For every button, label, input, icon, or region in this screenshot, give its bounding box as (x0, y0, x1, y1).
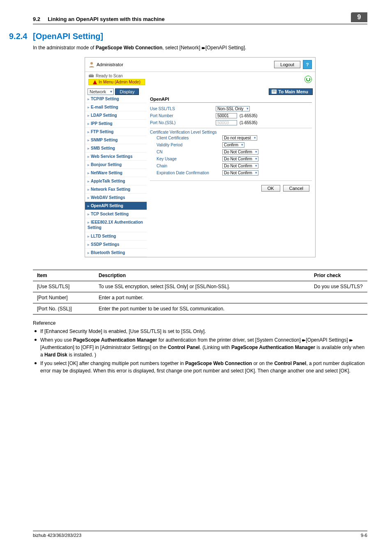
subsection-title: [OpenAPI Setting] (33, 32, 103, 41)
triangle-icon: ▸ (88, 212, 90, 216)
reference-item-3: If you select [OK] after changing multip… (33, 360, 367, 375)
th-desc: Description (95, 270, 310, 281)
sidebar-item[interactable]: ▸OpenAPI Setting (85, 202, 147, 210)
sidebar-item-label: Bonjour Setting (91, 162, 122, 167)
sidebar-item[interactable]: ▸SNMP Setting (85, 136, 147, 144)
reference-list: If [Enhanced Security Mode] is enabled, … (33, 328, 367, 375)
label-port-ssl: Port No.(SSL) (150, 120, 216, 125)
sidebar-item[interactable]: ▸LDAP Setting (85, 111, 147, 120)
sidebar-item-label: OpenAPI Setting (91, 204, 123, 208)
intro-mid: , select [Network] (162, 45, 201, 51)
select-chain[interactable]: Do Not Confirm (222, 163, 258, 169)
triangle-icon: ▸ (88, 105, 90, 109)
triangle-icon: ▸ (88, 234, 90, 238)
sidebar-item[interactable]: ▸TCP Socket Setting (85, 210, 147, 218)
sidebar-item[interactable]: ▸Network Fax Setting (85, 185, 147, 194)
field-client-cert: Client Certificates Do not request (150, 134, 312, 141)
admin-icon (88, 61, 95, 68)
field-expire: Expiration Date Confirmation Do Not Conf… (150, 169, 312, 176)
settings-table: Item Description Prior check [Use SSL/TL… (33, 270, 367, 314)
select-key-usage[interactable]: Do Not Confirm (222, 156, 258, 162)
svg-marker-3 (93, 80, 97, 84)
input-port-ssl[interactable]: 50003 (216, 120, 237, 125)
sidebar-item[interactable]: ▸NetWare Setting (85, 169, 147, 177)
category-select[interactable]: Network (88, 88, 114, 95)
table-cell: [Port No. (SSL)] (33, 303, 95, 314)
triangle-icon: ▸ (88, 204, 90, 208)
triangle-icon: ▸ (88, 179, 90, 183)
input-port-number[interactable]: 50001 (216, 113, 237, 118)
select-expire[interactable]: Do Not Confirm (222, 170, 258, 176)
triangle-icon: ▸ (88, 130, 90, 134)
table-cell: Enter a port number. (95, 292, 310, 303)
chapter-number-badge: 9 (351, 12, 367, 22)
sidebar-item[interactable]: ▸FTP Setting (85, 128, 147, 136)
header-section-title: Linking an OpenAPI system with this mach… (48, 16, 165, 22)
reference-item-1: If [Enhanced Security Mode] is enabled, … (33, 328, 367, 335)
table-row: [Port No. (SSL)]Enter the port number to… (33, 303, 367, 314)
warning-icon (93, 80, 97, 84)
cert-subheading: Certificate Verification Level Settings (150, 128, 312, 134)
main-menu-button[interactable]: To Main Menu (269, 88, 313, 95)
sidebar-item[interactable]: ▸WebDAV Settings (85, 194, 147, 202)
label-port-number: Port Number (150, 113, 216, 118)
sidebar-item[interactable]: ▸Web Service Settings (85, 153, 147, 161)
label-expire: Expiration Date Confirmation (150, 171, 222, 175)
sidebar-item-label: FTP Setting (91, 130, 113, 134)
table-cell: Do you use SSL/TLS? (310, 281, 367, 292)
triangle-icon: ▸ (88, 155, 90, 159)
triangle-icon: ▸ (88, 113, 90, 118)
intro-post: [OpenAPI Setting]. (204, 45, 247, 51)
sidebar-item[interactable]: ▸IPP Setting (85, 120, 147, 128)
select-use-ssl[interactable]: Non-SSL Only (216, 106, 250, 111)
sidebar-item[interactable]: ▸IEEE802.1X Authentication Setting (85, 218, 147, 232)
select-cn[interactable]: Do Not Confirm (222, 149, 258, 155)
sidebar-item[interactable]: ▸SMB Setting (85, 144, 147, 153)
intro-bold-product: PageScope Web Connection (96, 45, 162, 51)
sidebar-item-label: SSDP Settings (91, 242, 119, 247)
sidebar-item[interactable]: ▸TCP/IP Setting (85, 95, 147, 103)
label-key-usage: Key Usage (150, 157, 222, 161)
refresh-button[interactable] (304, 76, 312, 83)
field-port-number: Port Number 50001 (1-65535) (150, 112, 312, 119)
svg-rect-2 (90, 74, 93, 75)
admin-text: Administrator (97, 62, 123, 67)
triangle-icon: ▸ (88, 243, 90, 247)
sidebar-item-label: Bluetooth Setting (91, 250, 125, 255)
reference-item-2: When you use PageScope Authentication Ma… (33, 336, 367, 358)
table-cell (310, 292, 367, 303)
logout-button[interactable]: Logout (274, 61, 300, 68)
intro-paragraph: In the administrator mode of PageScope W… (33, 44, 367, 51)
field-validity: Validity Period Confirm (150, 141, 312, 148)
sidebar-item[interactable]: ▸LLTD Setting (85, 232, 147, 240)
sidebar-item[interactable]: ▸E-mail Setting (85, 103, 147, 111)
page-footer: bizhub 423/363/283/223 9-6 (33, 531, 367, 538)
sidebar-item[interactable]: ▸SSDP Settings (85, 240, 147, 249)
select-validity[interactable]: Confirm (222, 142, 244, 148)
sidebar-item[interactable]: ▸AppleTalk Setting (85, 177, 147, 185)
th-prior: Prior check (310, 270, 367, 281)
reference-heading: Reference (33, 320, 367, 326)
label-client-cert: Client Certificates (150, 136, 222, 140)
sidebar-item-label: E-mail Setting (91, 105, 118, 109)
triangle-icon: ▸ (88, 187, 90, 192)
field-cn: CN Do Not Confirm (150, 148, 312, 155)
sidebar-item[interactable]: ▸Bluetooth Setting (85, 249, 147, 257)
triangle-icon: ▸ (88, 138, 90, 142)
status-menu-mode: In Menu (Admin Mode) (88, 79, 145, 85)
select-client-cert[interactable]: Do not request (222, 135, 257, 141)
svg-point-0 (90, 62, 93, 65)
table-row: [Port Number]Enter a port number. (33, 292, 367, 303)
display-button[interactable]: Display (115, 88, 139, 95)
triangle-icon: ▸ (88, 220, 90, 224)
status-mode-text: In Menu (Admin Mode) (99, 80, 141, 84)
admin-label: Administrator (88, 61, 123, 68)
sidebar-item[interactable]: ▸Bonjour Setting (85, 161, 147, 169)
embedded-screenshot: Administrator Logout ? Ready to Scan In … (85, 57, 316, 257)
sidebar: ▸TCP/IP Setting▸E-mail Setting▸LDAP Sett… (85, 95, 147, 257)
ok-button[interactable]: OK (261, 185, 280, 192)
cancel-button[interactable]: Cancel (283, 185, 309, 192)
printer-icon (88, 74, 94, 78)
sidebar-item-label: LLTD Setting (91, 234, 116, 238)
help-button[interactable]: ? (303, 60, 312, 69)
